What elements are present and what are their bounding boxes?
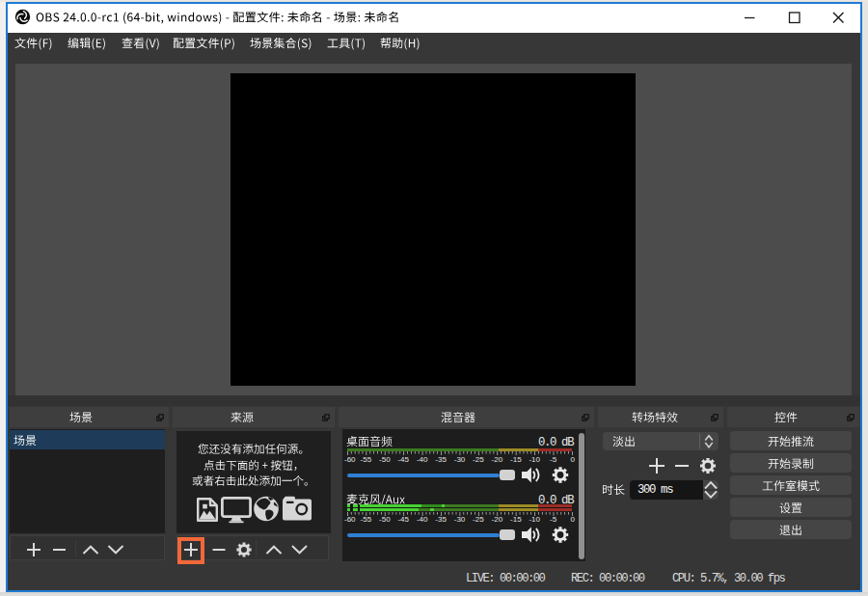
svg-text:-35: -35 xyxy=(435,454,447,463)
svg-text:-15: -15 xyxy=(510,454,522,463)
svg-text:-5: -5 xyxy=(550,515,557,524)
svg-text:-55: -55 xyxy=(361,515,372,524)
svg-text:-5: -5 xyxy=(550,454,557,463)
svg-text:-60: -60 xyxy=(344,515,356,524)
svg-text:-45: -45 xyxy=(397,454,409,463)
svg-text:-25: -25 xyxy=(473,515,484,524)
svg-text:-50: -50 xyxy=(379,454,391,463)
svg-text:-20: -20 xyxy=(492,454,503,463)
svg-text:-50: -50 xyxy=(379,515,391,524)
svg-text:0: 0 xyxy=(571,515,576,524)
svg-text:-40: -40 xyxy=(417,454,428,463)
svg-text:-35: -35 xyxy=(435,515,447,524)
svg-text:0: 0 xyxy=(571,454,576,463)
svg-text:-30: -30 xyxy=(454,454,466,463)
svg-text:-20: -20 xyxy=(492,515,503,524)
svg-text:-40: -40 xyxy=(417,515,428,524)
svg-text:-15: -15 xyxy=(510,515,522,524)
svg-text:-55: -55 xyxy=(361,454,372,463)
svg-text:-25: -25 xyxy=(473,454,484,463)
svg-text:-60: -60 xyxy=(344,454,356,463)
svg-text:-10: -10 xyxy=(529,454,540,463)
svg-text:-30: -30 xyxy=(454,515,466,524)
svg-text:-45: -45 xyxy=(397,515,409,524)
svg-text:-10: -10 xyxy=(529,515,540,524)
